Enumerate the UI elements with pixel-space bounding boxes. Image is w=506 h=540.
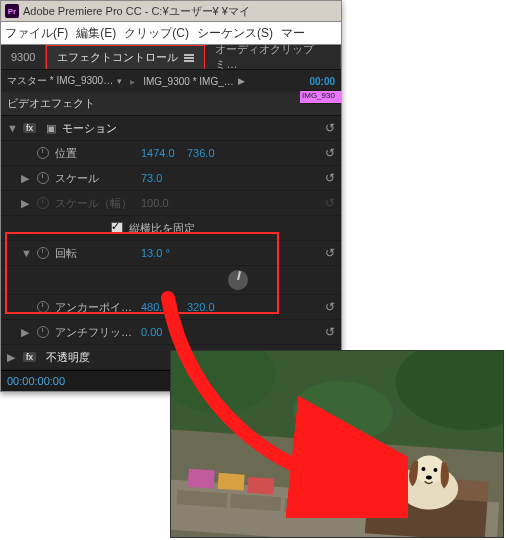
disclosure-right-icon[interactable]: ▶ [7,351,17,364]
scale-width-label: スケール（幅） [55,196,135,211]
row-anchor: アンカーポイ… 480.0 320.0 ↺ [1,295,341,320]
scale-width-value: 100.0 [141,197,181,209]
scale-label: スケール [55,171,135,186]
motion-group[interactable]: ▼ fx ▣ モーション ↺ [1,116,341,141]
menu-clip[interactable]: クリップ(C) [124,25,189,42]
clip-master-label[interactable]: マスター * IMG_9300… [7,74,113,88]
play-icon[interactable]: ▶ [238,76,245,86]
clip-header: マスター * IMG_9300… ▾ ▸ IMG_9300 * IMG_… ▶ … [1,70,341,92]
row-antiflicker: ▶ アンチフリッ… 0.00 ↺ [1,320,341,345]
stopwatch-icon [37,197,49,209]
reset-icon[interactable]: ↺ [325,121,335,135]
reset-icon[interactable]: ↺ [325,246,335,260]
reset-icon[interactable]: ↺ [325,300,335,314]
fx-badge: fx [23,123,36,133]
panel-tabs: 9300 エフェクトコントロール オーディオクリップミ… [1,45,341,70]
stopwatch-icon[interactable] [37,247,49,259]
motion-label: モーション [62,121,117,136]
svg-rect-8 [247,477,274,495]
svg-rect-14 [343,472,350,488]
rotation-dial[interactable] [227,269,249,291]
lock-aspect-checkbox[interactable] [111,222,123,234]
clip-sequence-label[interactable]: IMG_9300 * IMG_… [143,76,234,87]
row-lock-aspect: 縦横比を固定 [1,216,341,241]
row-rotation-dial [1,266,341,295]
antiflicker-value[interactable]: 0.00 [141,326,181,338]
position-x[interactable]: 1474.0 [141,147,181,159]
fx-badge: fx [23,352,36,362]
lock-aspect-label: 縦横比を固定 [129,221,195,236]
svg-rect-6 [188,469,215,489]
row-rotation: ▼ 回転 13.0 ° ↺ [1,241,341,266]
menu-edit[interactable]: 編集(E) [76,25,116,42]
panel-menu-icon[interactable] [184,54,194,62]
transform-box-icon: ▣ [46,122,56,135]
svg-rect-13 [330,471,337,487]
tab-audio-clip[interactable]: オーディオクリップミ… [205,45,341,69]
disclosure-down-icon[interactable]: ▼ [7,122,17,134]
rotation-value[interactable]: 13.0 ° [141,247,181,259]
reset-icon[interactable]: ↺ [325,146,335,160]
effect-controls-panel: ▼ fx ▣ モーション ↺ 位置 1474.0 736.0 ↺ ▶ スケール … [1,116,341,370]
position-label: 位置 [55,146,135,161]
app-icon: Pr [5,4,19,18]
position-y[interactable]: 736.0 [187,147,227,159]
opacity-label: 不透明度 [46,350,90,365]
svg-rect-7 [218,473,245,491]
menu-sequence[interactable]: シーケンス(S) [197,25,273,42]
tab-source[interactable]: 9300 [1,45,46,69]
antiflicker-label: アンチフリッ… [55,325,135,340]
stopwatch-icon[interactable] [37,172,49,184]
anchor-x[interactable]: 480.0 [141,301,181,313]
row-position: 位置 1474.0 736.0 ↺ [1,141,341,166]
menu-marker[interactable]: マー [281,25,305,42]
reset-icon[interactable]: ↺ [325,325,335,339]
scale-value[interactable]: 73.0 [141,172,181,184]
disclosure-right-icon[interactable]: ▶ [21,172,31,185]
row-scale-width: ▶ スケール（幅） 100.0 ↺ [1,191,341,216]
rotation-label: 回転 [55,246,135,261]
anchor-y[interactable]: 320.0 [187,301,227,313]
titlebar: Pr Adobe Premiere Pro CC - C:¥ユーザー¥ ¥マイ [1,1,341,22]
menu-file[interactable]: ファイル(F) [5,25,68,42]
disclosure-down-icon[interactable]: ▼ [21,247,31,259]
preview-svg [171,351,503,537]
anchor-label: アンカーポイ… [55,300,135,315]
row-scale: ▶ スケール 73.0 ↺ [1,166,341,191]
stopwatch-icon[interactable] [37,326,49,338]
app-title: Adobe Premiere Pro CC - C:¥ユーザー¥ ¥マイ [23,4,250,19]
disclosure-right-icon: ▶ [21,197,31,210]
disclosure-right-icon[interactable]: ▶ [21,326,31,339]
reset-icon[interactable]: ↺ [325,171,335,185]
app-window: Pr Adobe Premiere Pro CC - C:¥ユーザー¥ ¥マイ … [0,0,342,392]
program-monitor-preview [170,350,504,538]
timeline-strip[interactable]: IMG_930 [300,90,340,104]
video-effects-header: ビデオエフェクト ⌃ [1,92,341,116]
timeline-zero: 00:00 [309,76,335,87]
stopwatch-icon[interactable] [37,301,49,313]
chevron-down-icon[interactable]: ▾ [117,76,122,86]
reset-icon: ↺ [325,196,335,210]
timeline-clip[interactable]: IMG_930 [300,91,342,103]
stopwatch-icon[interactable] [37,147,49,159]
tab-effect-controls[interactable]: エフェクトコントロール [46,45,205,69]
